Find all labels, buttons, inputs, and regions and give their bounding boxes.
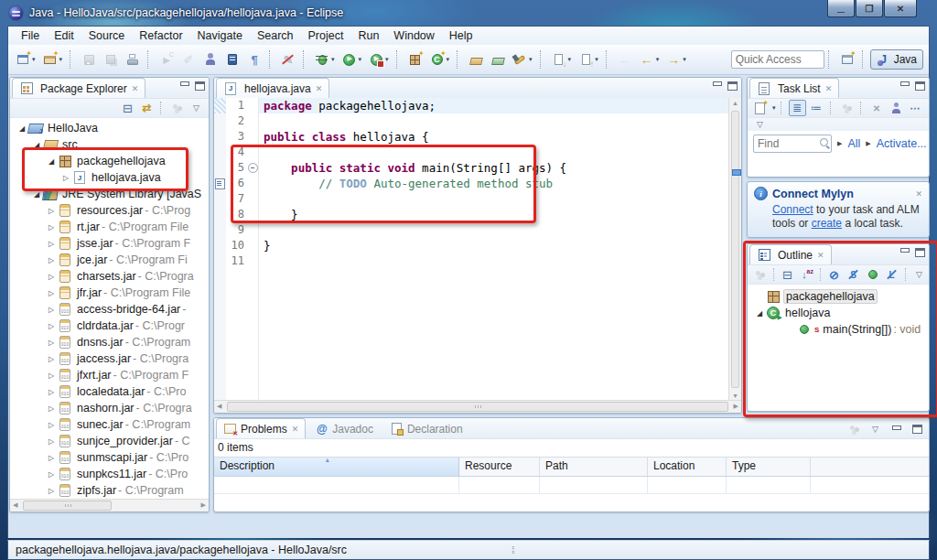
maximize-view-button[interactable] [914, 81, 926, 91]
dropdown-arrow-icon[interactable]: ▾ [529, 56, 533, 63]
expander-collapsed-icon[interactable]: ▷ [45, 289, 58, 297]
mylyn-link-create[interactable]: create [812, 217, 842, 230]
tree-item-jfr-jar[interactable]: ▷jfr.jar - C:\Program File [10, 285, 209, 301]
expander-collapsed-icon[interactable]: ▷ [45, 487, 58, 495]
more-button[interactable] [907, 100, 924, 116]
chevron-down-icon[interactable] [753, 118, 767, 131]
run-button[interactable]: ▾ [339, 49, 365, 70]
mylyn-link-connect[interactable]: Connect [772, 203, 813, 216]
status-grip[interactable]: ⁞⁞ [512, 545, 513, 555]
back-button[interactable]: ▾ [637, 49, 662, 70]
window-minimize-button[interactable] [827, 0, 855, 17]
tab-problems[interactable]: Problems✕ [216, 418, 306, 438]
folding-ruler[interactable] [247, 98, 259, 401]
scheduled-button[interactable] [808, 100, 825, 116]
expander-collapsed-icon[interactable]: ▷ [45, 355, 58, 363]
clear-button[interactable] [868, 100, 886, 116]
expander-collapsed-icon[interactable]: ▷ [45, 256, 58, 264]
window-maximize-button[interactable] [856, 0, 883, 17]
expander-collapsed-icon[interactable]: ▷ [45, 322, 58, 330]
menu-button[interactable] [188, 100, 205, 116]
debug-button[interactable]: ▾ [312, 49, 338, 70]
new-wizard-button[interactable]: ▾ [13, 49, 38, 70]
menu-button[interactable] [867, 421, 884, 437]
close-view-icon[interactable]: ✕ [292, 425, 299, 434]
search-button[interactable]: ▾ [510, 49, 535, 70]
tab-declaration[interactable]: Declaration [382, 418, 470, 438]
tree-item-sunjce-provider-jar[interactable]: ▷sunjce_provider.jar - C [10, 433, 209, 449]
editor-hscrollbar[interactable]: ◀▶ [214, 400, 741, 413]
expander-collapsed-icon[interactable]: ▷ [45, 470, 58, 479]
open-element-button[interactable] [488, 49, 508, 70]
show-whitespace-button[interactable] [244, 49, 264, 70]
open-resource-button[interactable] [466, 49, 486, 70]
close-notification-icon[interactable]: ✕ [915, 189, 922, 199]
tree-item-jfxrt-jar[interactable]: ▷jfxrt.jar - C:\Program F [10, 367, 209, 383]
tab-javadoc[interactable]: Javadoc [307, 418, 381, 438]
save-button[interactable] [79, 49, 99, 70]
dropdown-arrow-icon[interactable]: ▾ [595, 56, 598, 63]
annotation-ruler[interactable] [214, 98, 226, 401]
new-java-project-button[interactable]: ▾ [40, 49, 66, 70]
collapse-all-button[interactable] [119, 100, 136, 116]
forward-button[interactable]: ▾ [663, 49, 689, 70]
column-header-type[interactable]: Type [727, 458, 811, 476]
tab-hellojava-java[interactable]: hellojava.java ✕ [216, 78, 329, 98]
expander-collapsed-icon[interactable]: ▷ [45, 437, 58, 446]
expander-collapsed-icon[interactable]: ▷ [45, 404, 58, 413]
title-bar[interactable]: Java - HelloJava/src/packagehellojava/he… [0, 0, 937, 26]
close-editor-icon[interactable]: ✕ [316, 84, 323, 93]
new-class-button[interactable]: ▾ [427, 49, 453, 70]
menu-source[interactable]: Source [81, 29, 133, 42]
column-header-resource[interactable]: Resource [459, 458, 540, 476]
link-editor-button[interactable] [138, 100, 156, 116]
dropdown-arrow-icon[interactable]: ▾ [331, 56, 335, 63]
tree-item-rt-jar[interactable]: ▷rt.jar - C:\Program File [10, 219, 209, 235]
tree-item-localedata-jar[interactable]: ▷localedata.jar - C:\Pro [10, 383, 209, 400]
new-task-button[interactable] [751, 100, 769, 116]
filter-person-button[interactable] [888, 100, 905, 116]
tree-item-cldrdata-jar[interactable]: ▷cldrdata.jar - C:\Progr [10, 318, 209, 334]
menu-help[interactable]: Help [442, 29, 480, 42]
expander-collapsed-icon[interactable]: ▷ [45, 421, 58, 429]
expander-expanded-icon[interactable]: ◢ [16, 124, 28, 133]
dropdown-arrow-icon[interactable]: ▾ [359, 56, 362, 63]
dropdown-arrow-icon[interactable]: ▾ [656, 56, 660, 63]
coverage-button[interactable]: ▾ [366, 49, 392, 70]
column-header-description[interactable]: Description▲ [214, 458, 459, 476]
quick-access-input[interactable] [731, 50, 824, 69]
menu-refactor[interactable]: Refactor [132, 29, 189, 42]
dropdown-arrow-icon[interactable]: ▾ [385, 56, 389, 63]
tree-item-resources-jar[interactable]: ▷resources.jar - C:\Prog [10, 202, 209, 219]
tree-item-charsets-jar[interactable]: ▷charsets.jar - C:\Progra [10, 268, 209, 285]
tree-item-sunec-jar[interactable]: ▷sunec.jar - C:\Program [10, 416, 209, 433]
maximize-view-button[interactable] [194, 81, 206, 91]
dropdown-arrow-icon[interactable]: ▾ [59, 56, 63, 63]
overview-ruler-marker[interactable] [732, 169, 741, 176]
menu-file[interactable]: File [14, 29, 47, 42]
tree-item-zipfs-jar[interactable]: ▷zipfs.jar - C:\Program [10, 482, 209, 499]
tree-item-sunpkcs11-jar[interactable]: ▷sunpkcs11.jar - C:\Pro [10, 466, 209, 482]
menu-project[interactable]: Project [301, 29, 351, 42]
annotation-prev-button[interactable]: ▾ [576, 49, 601, 70]
minimize-view-button[interactable] [178, 81, 190, 91]
expander-collapsed-icon[interactable]: ▷ [45, 240, 58, 248]
task-list-all-link[interactable]: All [847, 137, 860, 150]
new-task-person-button[interactable] [200, 49, 221, 70]
tree-item-access-bridge-64-jar[interactable]: ▷access-bridge-64.jar - [10, 301, 209, 318]
tree-item-sunmscapi-jar[interactable]: ▷sunmscapi.jar - C:\Pro [10, 449, 209, 466]
maximize-editor-button[interactable] [727, 81, 738, 91]
close-view-icon[interactable]: ✕ [825, 84, 833, 93]
column-header-location[interactable]: Location [648, 458, 727, 476]
tree-item-nashorn-jar[interactable]: ▷nashorn.jar - C:\Progra [10, 400, 209, 416]
back-disabled-button[interactable] [615, 49, 635, 70]
tab-package-explorer[interactable]: Package Explorer ✕ [12, 78, 145, 98]
dropdown-arrow-icon[interactable]: ▾ [447, 56, 450, 63]
tree-item-jce-jar[interactable]: ▷jce.jar - C:\Program Fi [10, 252, 209, 268]
annotate-button[interactable] [178, 49, 199, 70]
dropdown-arrow-icon[interactable]: ▾ [772, 104, 776, 112]
minimize-view-button[interactable] [899, 81, 910, 91]
code-text[interactable]: package packagehellojava;public class he… [259, 98, 728, 401]
close-view-icon[interactable]: ✕ [132, 84, 139, 93]
menu-navigate[interactable]: Navigate [190, 29, 250, 42]
